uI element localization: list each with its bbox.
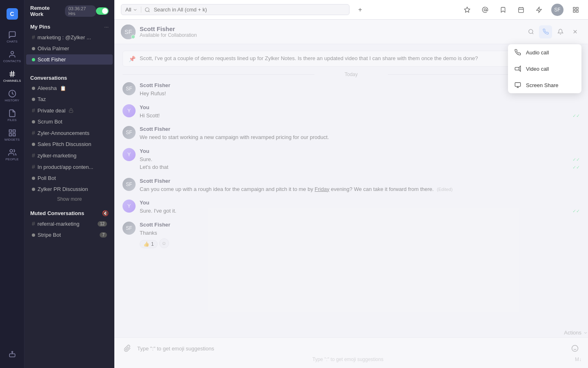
msg-header: You [140, 200, 580, 206]
audio-call-label: Audio call [526, 49, 549, 56]
input-area: Type ":" to get emoji suggestions M↓ [114, 337, 588, 368]
call-dropdown: Audio call Video call Screen Share [508, 44, 581, 93]
grid-icon-btn[interactable] [570, 4, 581, 16]
sidebar-item-people[interactable]: PEOPLE [3, 146, 21, 164]
paperclip-icon [124, 345, 131, 352]
msg-avatar-you: Y [122, 200, 136, 213]
svg-line-3 [11, 71, 11, 77]
note-icon: 📋 [60, 85, 66, 91]
search-filter-dropdown[interactable]: All [125, 7, 141, 13]
bolt-icon-btn[interactable] [533, 4, 545, 16]
audio-call-option[interactable]: Audio call [508, 44, 581, 61]
svg-line-30 [532, 33, 533, 34]
sidebar-item-contacts[interactable]: CONTACTS [3, 47, 21, 65]
screen-share-option[interactable]: Screen Share [508, 77, 581, 93]
msg-content: Scott Fisher We need to start working a … [140, 126, 580, 141]
hash-icon: # [32, 220, 35, 227]
nav-item-label: Aleesha [38, 85, 57, 91]
nav-conv-poll-bot[interactable]: Poll Bot [26, 173, 113, 183]
timer-badge: 03:36:27 Hrs [65, 5, 96, 17]
nav-pin-olivia[interactable]: Olivia Palmer [26, 43, 113, 54]
video-call-option[interactable]: Video call [508, 61, 581, 77]
search-input[interactable] [154, 7, 345, 13]
svg-rect-38 [515, 83, 520, 86]
attach-button[interactable] [121, 342, 134, 355]
msg-text: Can you come up with a rough idea for th… [140, 185, 580, 193]
add-reaction-btn[interactable]: ☺ [159, 238, 169, 248]
workspace-toggle[interactable] [96, 7, 109, 15]
sidebar-item-files[interactable]: FILES [3, 106, 21, 124]
app-logo[interactable]: C [0, 5, 24, 26]
nav-pin-marketing[interactable]: # marketing : @Zylker ... [26, 32, 113, 43]
nav-conv-sales[interactable]: Sales Pitch Discussion [26, 139, 113, 149]
message-group-7: SF Scott Fisher Thanks 👍 1 ☺ [122, 222, 580, 249]
star-icon-btn[interactable] [461, 4, 473, 16]
bookmark-icon-btn[interactable] [497, 4, 509, 16]
widgets-label: WIDGETS [4, 138, 20, 141]
nav-item-label: Olivia Palmer [38, 45, 69, 52]
message-input[interactable] [137, 346, 565, 352]
reaction-bar[interactable]: 👍 1 [140, 240, 158, 248]
nav-item-label: marketing : @Zylker ... [38, 34, 91, 40]
my-pins-more[interactable]: ··· [104, 24, 109, 30]
search-chat-btn[interactable] [524, 25, 537, 38]
svg-rect-7 [13, 130, 15, 132]
sidebar-item-channels[interactable]: CHANNELS [3, 67, 21, 85]
screen-share-label: Screen Share [526, 82, 559, 88]
nav-item-label: Taz [38, 96, 46, 102]
user-avatar[interactable]: SF [551, 4, 564, 16]
sidebar-item-chats[interactable]: CHATS [3, 28, 21, 46]
call-btn[interactable] [539, 25, 552, 38]
msg-sender-name: Scott Fisher [140, 222, 170, 228]
sidebar-item-widgets[interactable]: WIDGETS [3, 126, 21, 144]
msg-content: You Sure. I've got it. ✓✓ [140, 200, 580, 215]
nav-muted-referral[interactable]: # referral-marketing 12 [26, 218, 113, 229]
nav-conv-zylker-mktg[interactable]: # zylker-marketing [26, 150, 113, 161]
lock-icon [69, 108, 74, 113]
nav-conv-scrum-bot[interactable]: Scrum Bot [26, 117, 113, 127]
svg-line-4 [13, 71, 13, 77]
svg-point-33 [572, 346, 578, 352]
top-bar: All + SF [114, 0, 588, 20]
bell-icon [557, 29, 564, 35]
input-hint-text: Type ":" to get emoji suggestions [312, 357, 383, 362]
mention-icon-btn[interactable] [479, 4, 491, 16]
emoji-button[interactable] [568, 342, 581, 355]
close-btn[interactable] [568, 25, 581, 38]
contact-status: Available for Collaboration [140, 32, 520, 38]
nav-muted-stripe[interactable]: Stripe Bot 7 [26, 230, 113, 240]
add-button[interactable]: + [354, 4, 366, 16]
nav-pin-scott[interactable]: Scott Fisher [26, 54, 113, 65]
chat-header: SF Scott Fisher Available for Collaborat… [114, 20, 588, 44]
calendar-icon-btn[interactable] [515, 4, 527, 16]
bell-btn[interactable] [554, 25, 567, 38]
date-label: Today [345, 72, 358, 77]
input-toolbar [121, 342, 581, 355]
show-more-btn[interactable]: Show more [24, 195, 114, 205]
message-group-6: Y You Sure. I've got it. ✓✓ [122, 200, 580, 215]
status-dot [32, 98, 35, 101]
msg-sender-name: You [140, 104, 149, 110]
markdown-icon: M↓ [575, 357, 581, 362]
svg-line-17 [149, 11, 150, 12]
nav-item-label: zylker-marketing [38, 153, 76, 159]
hash-icon: # [32, 107, 35, 114]
conversations-title: Conversations [30, 75, 67, 81]
phone-icon [543, 29, 549, 35]
search-container[interactable]: All [121, 4, 350, 15]
star-icon [464, 7, 470, 13]
svg-rect-15 [69, 110, 73, 113]
nav-conv-aleesha[interactable]: Aleesha 📋 [26, 83, 113, 93]
nav-conv-zylker-pr[interactable]: Zylker PR Discussion [26, 184, 113, 194]
sidebar-item-history[interactable]: HISTORY [3, 87, 21, 105]
message-group-3: SF Scott Fisher We need to start working… [122, 126, 580, 141]
nav-conv-zyler[interactable]: # Zyler-Announcements [26, 128, 113, 138]
nav-conv-product[interactable]: # In product/app conten... [26, 162, 113, 172]
nav-conv-private-deal[interactable]: # Private deal [26, 105, 113, 116]
hash-icon: # [32, 164, 35, 170]
nav-conv-taz[interactable]: Taz [26, 94, 113, 104]
msg-avatar: SF [122, 222, 136, 235]
bot-icon[interactable] [3, 345, 21, 363]
grid-icon [572, 7, 579, 13]
chat-container: SF Scott Fisher Available for Collaborat… [114, 20, 588, 368]
